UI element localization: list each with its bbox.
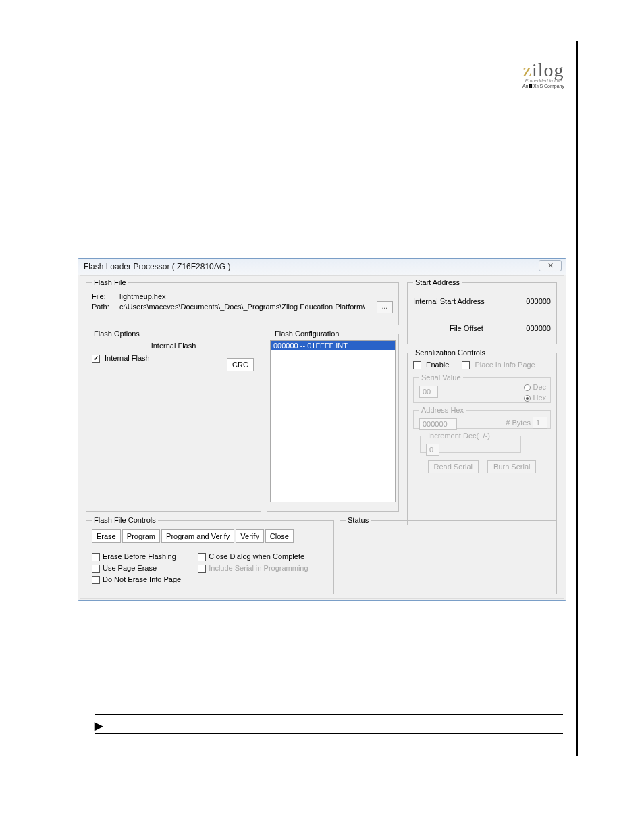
status-group: Status	[340, 516, 557, 594]
increment-legend: Increment Dec(+/-)	[426, 432, 492, 440]
internal-start-value: 000000	[526, 297, 551, 305]
erase-before-checkbox[interactable]	[92, 553, 100, 561]
erase-button[interactable]: Erase	[92, 529, 121, 543]
flash-loader-dialog: Flash Loader Processor ( Z16F2810AG ) ✕ …	[78, 258, 566, 601]
internal-start-label: Internal Start Address	[413, 297, 485, 305]
page-divider	[576, 41, 578, 756]
brand-logo: zilog	[522, 61, 564, 80]
no-erase-info-checkbox[interactable]	[92, 576, 100, 584]
use-page-erase-label: Use Page Erase	[103, 564, 157, 572]
browse-button[interactable]: ...	[377, 301, 393, 313]
flash-config-legend: Flash Configuration	[273, 330, 341, 338]
caption-arrow-icon: ▶	[95, 719, 103, 732]
address-hex-legend: Address Hex	[419, 406, 466, 414]
brand-z: z	[522, 59, 531, 80]
file-offset-label: File Offset	[450, 324, 483, 332]
start-address-group: Start Address Internal Start Address 000…	[407, 278, 557, 344]
place-info-checkbox	[462, 361, 470, 369]
close-dialog-label: Close Dialog when Complete	[209, 552, 304, 561]
address-hex-input: 000000	[419, 418, 457, 430]
close-icon[interactable]: ✕	[539, 260, 562, 271]
place-info-label: Place in Info Page	[475, 361, 535, 369]
program-button[interactable]: Program	[122, 529, 160, 543]
brand-logo-block: zilog Embedded in Life An IIXYS Company	[522, 61, 564, 88]
flash-options-legend: Flash Options	[92, 330, 142, 338]
enable-label: Enable	[426, 361, 449, 369]
serialization-legend: Serialization Controls	[413, 348, 487, 357]
flash-config-listbox[interactable]: 000000 -- 01FFFF INT	[270, 340, 396, 502]
dec-radio	[524, 384, 531, 391]
flash-file-controls-group: Flash File Controls Erase Program Progra…	[86, 516, 334, 594]
flash-file-controls-legend: Flash File Controls	[92, 516, 158, 524]
internal-flash-label: Internal Flash	[105, 354, 150, 362]
read-serial-button: Read Serial	[428, 460, 479, 473]
serial-value-legend: Serial Value	[419, 373, 463, 382]
burn-serial-button: Burn Serial	[487, 460, 536, 473]
brand-tagline2: An IIXYS Company	[522, 84, 564, 88]
brand-ilog: ilog	[532, 59, 564, 80]
bytes-label: # Bytes	[506, 419, 531, 427]
no-erase-info-label: Do Not Erase Info Page	[103, 575, 181, 583]
start-address-legend: Start Address	[413, 278, 462, 286]
use-page-erase-checkbox[interactable]	[92, 565, 100, 573]
file-value: lightmeup.hex	[119, 292, 166, 301]
brand-tagline1: Embedded in Life	[522, 78, 564, 83]
serial-value-input: 00	[419, 386, 438, 398]
file-label: File:	[92, 292, 117, 301]
flash-config-group: Flash Configuration 000000 -- 01FFFF INT	[267, 330, 399, 512]
serialization-group: Serialization Controls Enable Place in I…	[407, 348, 557, 525]
path-label: Path:	[92, 303, 117, 311]
dialog-body: Flash File File: lightmeup.hex Path: c:\…	[80, 275, 564, 599]
hex-label: Hex	[533, 394, 546, 402]
include-serial-checkbox	[198, 565, 206, 573]
flash-file-legend: Flash File	[92, 278, 128, 286]
flash-file-group: Flash File File: lightmeup.hex Path: c:\…	[86, 278, 399, 325]
status-legend: Status	[346, 516, 371, 524]
erase-before-label: Erase Before Flashing	[103, 552, 176, 561]
dec-label: Dec	[533, 383, 546, 391]
figure-caption-bar: ▶	[95, 714, 563, 734]
dialog-title: Flash Loader Processor ( Z16F2810AG )	[84, 262, 230, 271]
program-verify-button[interactable]: Program and Verify	[161, 529, 234, 543]
flash-config-row-selected[interactable]: 000000 -- 01FFFF INT	[271, 341, 395, 350]
flash-options-header: Internal Flash	[92, 342, 255, 350]
internal-flash-checkbox[interactable]	[92, 355, 100, 363]
include-serial-label: Include Serial in Programming	[209, 564, 308, 572]
flash-options-group: Flash Options Internal Flash Internal Fl…	[86, 330, 261, 512]
bytes-select: 1	[533, 417, 547, 429]
close-button[interactable]: Close	[265, 529, 294, 543]
enable-checkbox[interactable]	[413, 361, 421, 369]
dialog-titlebar: Flash Loader Processor ( Z16F2810AG ) ✕	[78, 259, 566, 275]
hex-radio	[524, 395, 531, 402]
path-value: c:\Users\maceves\Documents\_Docs\_Progra…	[119, 303, 365, 311]
crc-button[interactable]: CRC	[227, 358, 254, 371]
verify-button[interactable]: Verify	[236, 529, 264, 543]
file-offset-value: 000000	[526, 324, 551, 332]
close-dialog-checkbox[interactable]	[198, 553, 206, 561]
increment-input: 0	[426, 444, 439, 456]
